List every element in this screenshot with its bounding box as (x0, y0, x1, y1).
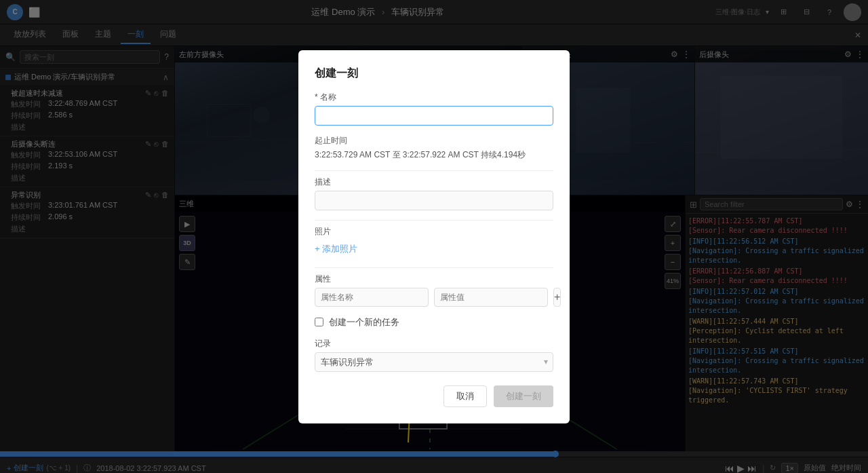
modal-footer: 取消 创建一刻 (315, 385, 553, 407)
attr-value-input[interactable] (434, 288, 548, 307)
photo-label: 照片 (315, 226, 553, 238)
attr-field: 属性 + (315, 273, 553, 307)
cancel-button[interactable]: 取消 (443, 385, 487, 407)
name-input[interactable] (315, 106, 553, 126)
attr-name-input[interactable] (315, 288, 429, 307)
task-checkbox-row: 创建一个新的任务 (315, 316, 553, 328)
divider-3 (315, 267, 553, 268)
time-label: 起止时间 (315, 135, 553, 147)
divider-2 (315, 220, 553, 221)
modal-overlay: 创建一刻 * 名称 起止时间 3:22:53.729 AM CST 至 3:22… (0, 0, 868, 473)
create-task-checkbox[interactable] (315, 318, 323, 326)
create-button[interactable]: 创建一刻 (494, 385, 553, 407)
time-field: 起止时间 3:22:53.729 AM CST 至 3:22:57.922 AM… (315, 135, 553, 161)
name-field: * 名称 (315, 92, 553, 126)
attr-row: + (315, 288, 553, 307)
record-label: 记录 (315, 338, 553, 349)
divider-1 (315, 170, 553, 171)
attr-label: 属性 (315, 273, 553, 285)
modal-title: 创建一刻 (315, 67, 553, 81)
time-value: 3:22:53.729 AM CST 至 3:22:57.922 AM CST … (315, 149, 553, 161)
desc-input[interactable] (315, 191, 553, 210)
desc-field: 描述 (315, 176, 553, 210)
add-photo-btn[interactable]: + 添加照片 (315, 240, 553, 258)
desc-label: 描述 (315, 176, 553, 188)
create-moment-modal: 创建一刻 * 名称 起止时间 3:22:53.729 AM CST 至 3:22… (298, 50, 570, 423)
add-attr-btn[interactable]: + (553, 288, 561, 307)
record-select[interactable]: 车辆识别异常 (315, 352, 553, 372)
name-label: * 名称 (315, 92, 553, 103)
record-select-wrapper: 车辆识别异常 ▾ (315, 352, 553, 372)
task-field: 创建一个新的任务 (315, 316, 553, 328)
photo-field: 照片 + 添加照片 (315, 226, 553, 258)
record-field: 记录 车辆识别异常 ▾ (315, 338, 553, 372)
